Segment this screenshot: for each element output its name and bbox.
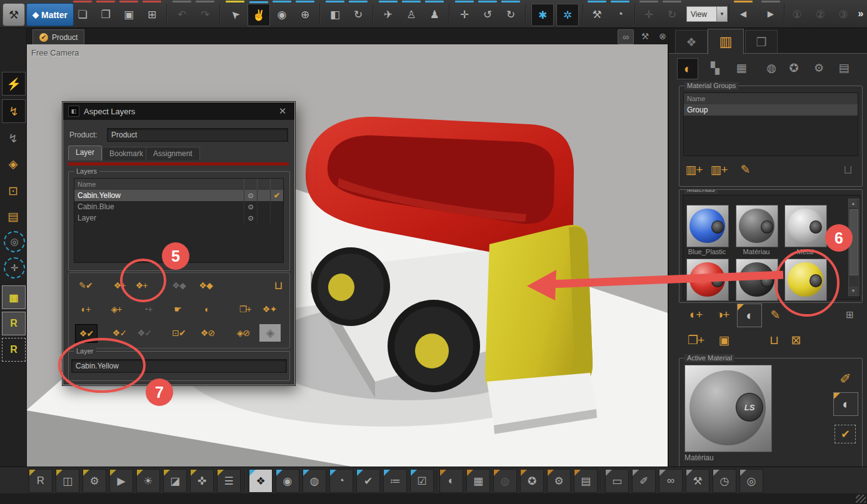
delete-group-button[interactable]: ⊔ [837,160,858,179]
catalog-checker-button[interactable]: ▚ [705,58,725,78]
filter-all-layers-button[interactable]: ❖✔ [75,324,98,343]
toolbar-overflow-button[interactable]: » [855,5,866,22]
rotate-view-button[interactable]: ↻ [661,4,683,25]
tab-product[interactable]: ✔ Product [33,29,84,44]
lock-column-header[interactable] [257,179,270,190]
config-list-button[interactable]: ≔ [383,469,407,493]
add-layer-button[interactable]: ❖+ [109,277,130,294]
environment-button[interactable]: ✪ [520,469,544,493]
create-layer-button[interactable]: ❖+ [131,277,152,294]
check-selection-button[interactable]: ⊡✔ [168,324,189,342]
catalog-textures-button[interactable]: ▦ [731,58,751,78]
layer-name[interactable]: Cabin.Blue [74,201,244,212]
assign-diamond-button[interactable]: ❖◆ [195,277,216,294]
name-column-header[interactable]: Name [74,179,244,190]
rotate-object-button[interactable]: ↺ [477,4,498,25]
adjustments-button[interactable]: ☰ [217,469,241,493]
animation-button[interactable]: ◪ [163,469,187,493]
layer-name[interactable]: Cabin.Yellow [74,190,244,201]
layers-table-header[interactable]: Name [74,179,283,190]
catalog-materials-button[interactable]: ◐ [677,58,698,79]
eye-icon[interactable]: ⊙ [244,190,257,201]
dialog-title-bar[interactable]: ◧ Aspect Layers ✕ [63,102,294,120]
empty-cell[interactable] [257,190,270,201]
product-input[interactable]: Product [107,128,288,142]
view-orbit-button[interactable]: ◔ [609,4,631,25]
camera-orbit-button[interactable]: ↻ [348,4,369,25]
camera-3-button[interactable]: ③ [833,4,854,25]
group-name[interactable]: Group [684,104,858,116]
view-dropdown[interactable]: View▼ [686,6,728,22]
dialog-close-button[interactable]: ✕ [276,106,289,117]
surfaces-position-button[interactable]: ◉ [276,469,299,493]
render-button[interactable]: R [29,469,53,493]
snapshots-button[interactable]: ◫ [56,469,79,493]
material-thumb-red[interactable] [686,259,729,301]
group-row[interactable]: Group [684,104,858,116]
touch-rotate-button[interactable]: ✲ [556,4,579,26]
catalog-environment-button[interactable]: ✪ [784,58,804,78]
material-thumb-black[interactable] [736,259,778,301]
active-material-preview[interactable]: LS [684,365,772,452]
stereo-3d-button[interactable]: ∞ [659,469,683,493]
material-thumb-materiau[interactable] [736,205,778,247]
remove-diamond-button[interactable]: ❖◆ [168,277,189,294]
previous-view-button[interactable]: ◄ [733,4,754,25]
edit-layer-button[interactable]: ✎✔ [75,277,96,294]
walk-mode-button[interactable]: ♙ [401,4,422,25]
filter-checked-button[interactable]: ❖✓ [109,324,130,342]
pick-surfaces-button[interactable]: ☛ [167,300,188,318]
materials-editor-button[interactable]: ◐ [439,469,463,493]
render-frame-button[interactable]: R [2,312,26,335]
orbit-eye-button[interactable]: ◎ [4,231,25,252]
translate-view-button[interactable]: ✛ [638,4,659,25]
checklist-button[interactable]: ☑ [410,469,434,493]
check-icon[interactable]: ✔ [270,190,283,201]
empty-cell[interactable] [270,201,283,212]
preferences-button[interactable]: ⚒ [686,469,709,493]
target-button[interactable]: ◎ [739,469,763,493]
rotate-world-button[interactable]: ↻ [500,4,521,25]
visibility-column-header[interactable] [244,179,257,190]
app-settings-button[interactable]: ⚒ [3,3,25,26]
surfaces-highlight-button[interactable]: ↯ [2,127,24,149]
touch-translate-button[interactable]: ✱ [531,4,554,26]
tag-disabled-button[interactable]: ◈ [259,324,281,342]
resize-grip[interactable] [856,495,866,503]
name-column-header[interactable]: Name [684,93,858,104]
empty-cell[interactable] [270,212,283,224]
surfaces-environment-button[interactable]: ◍ [303,469,326,493]
camera-tool-button[interactable]: ◧ [324,4,346,25]
rename-material-button[interactable]: ✎ [764,305,786,324]
catalog-effects-button[interactable]: ⚙ [809,58,829,78]
duplicate-material-button[interactable]: ◑+ [712,305,733,324]
render-region-button[interactable]: R [2,338,26,362]
filter-unchecked-button[interactable]: ❖✓ [134,324,155,342]
layer-row-layer[interactable]: Layer ⊙ [74,212,283,224]
add-group-button[interactable]: ▥+ [683,160,704,179]
eye-icon[interactable]: ⊙ [244,201,257,212]
manipulator-settings-button[interactable]: ⚒ [586,4,608,25]
import-material-button[interactable]: ❐+ [685,330,706,349]
tab-library-archive[interactable]: ❒ [745,30,778,53]
tab-bookmark[interactable]: Bookmark [102,147,151,161]
eye-icon[interactable]: ⊙ [244,212,257,224]
orbit-add-button[interactable]: ✛ [4,257,25,279]
save-as-button[interactable]: ⊞ [141,4,163,25]
material-thumb-yellow[interactable] [784,259,827,301]
catalog-globe-button[interactable]: ◍ [761,58,781,78]
orbit-tool-button[interactable]: ◉ [271,4,293,25]
annotate-button[interactable]: ✐ [632,469,656,493]
tab-layer[interactable]: Layer [68,146,102,161]
catalog-film-button[interactable]: ▤ [834,58,854,78]
video-button[interactable]: ▶ [109,469,133,493]
redo-button[interactable]: ↷ [194,4,216,25]
layer-row-cabin-blue[interactable]: Cabin.Blue ⊙ [74,201,283,212]
purge-materials-button[interactable]: ⊠ [785,330,806,349]
default-material-button[interactable]: ◐ [737,304,762,327]
textures-button[interactable]: ▦ [466,469,490,493]
materials-scrollbar[interactable]: ▲ ▼ [848,199,859,296]
camera-2-button[interactable]: ② [809,4,831,25]
delete-layer-button[interactable]: ⊔ [268,277,289,294]
unlink-tag-button[interactable]: ◈⊘ [233,324,254,342]
